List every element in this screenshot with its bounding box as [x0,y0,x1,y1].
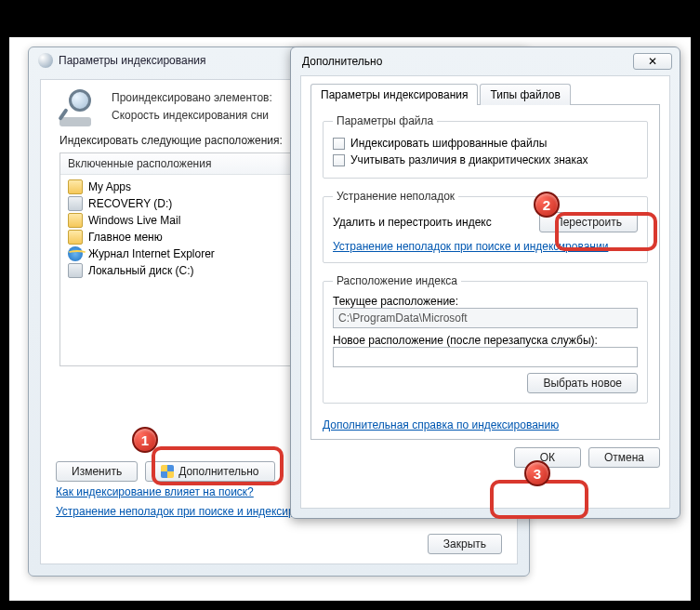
advanced-dialog: Дополнительно ✕ Параметры индексирования… [290,46,680,519]
diacritics-checkbox-label: Учитывать различия в диакритических знак… [350,153,588,166]
close-button[interactable]: Закрыть [428,534,502,554]
index-icon [38,53,53,68]
drive-icon [68,196,83,211]
index-location-group: Расположение индекса Текущее расположени… [323,274,648,404]
ok-button[interactable]: ОК [514,447,581,468]
modify-button[interactable]: Изменить [56,461,138,482]
encrypt-checkbox-row[interactable]: Индексировать шифрованные файлы [333,135,638,152]
rebuild-button[interactable]: Перестроить [539,212,638,232]
ie-icon [68,246,83,261]
magnifier-icon [56,89,100,126]
help-link-how[interactable]: Как индексирование влияет на поиск? [56,485,254,498]
index-status: Проиндексировано элементов: Скорость инд… [112,89,272,126]
troubleshoot-group: Устранение неполадок Удалить и перестрои… [323,190,648,263]
tab-content: Параметры файла Индексировать шифрованны… [310,104,660,440]
encrypt-checkbox-label: Индексировать шифрованные файлы [350,137,547,150]
list-item-label: Windows Live Mail [88,214,180,227]
cancel-button[interactable]: Отмена [588,447,660,468]
file-settings-legend: Параметры файла [333,114,437,127]
folder-icon [68,179,83,194]
troubleshoot-link[interactable]: Устранение неполадок при поиске и индекс… [333,240,608,253]
tab-strip: Параметры индексирования Типы файлов [310,84,660,105]
window-title: Параметры индексирования [59,54,205,67]
current-location-field: C:\ProgramData\Microsoft [333,308,638,328]
checkbox-icon [333,154,345,166]
folder-icon [68,230,83,245]
select-new-button[interactable]: Выбрать новое [527,373,638,393]
current-location-label: Текущее расположение: [333,295,638,308]
checkbox-icon [333,138,345,150]
rebuild-label: Удалить и перестроить индекс [333,216,492,229]
list-item-label: My Apps [88,180,131,193]
index-location-legend: Расположение индекса [333,274,461,287]
indexed-count-label: Проиндексировано элементов: [112,89,272,107]
new-location-label: Новое расположение (после перезапуска сл… [333,334,638,347]
list-item-label: Локальный диск (C:) [88,264,194,277]
shield-icon [161,465,174,478]
diacritics-checkbox-row[interactable]: Учитывать различия в диакритических знак… [333,152,638,168]
list-item-label: Главное меню [88,231,163,244]
new-location-field[interactable] [333,347,638,367]
list-item-label: RECOVERY (D:) [88,197,172,210]
dialog-title: Дополнительно [302,55,382,68]
tab-file-types[interactable]: Типы файлов [480,84,570,105]
file-settings-group: Параметры файла Индексировать шифрованны… [323,114,648,179]
troubleshoot-legend: Устранение неполадок [333,190,458,203]
folder-icon [68,213,83,228]
list-item-label: Журнал Internet Explorer [88,247,215,260]
advanced-button[interactable]: Дополнительно [145,461,274,482]
advanced-help-link[interactable]: Дополнительная справка по индексированию [323,418,559,431]
drive-icon [68,263,83,278]
close-icon[interactable]: ✕ [633,53,672,70]
dialog-titlebar: Дополнительно ✕ [291,47,680,75]
tab-index-settings[interactable]: Параметры индексирования [310,84,478,105]
index-speed-label: Скорость индексирования сни [112,107,272,125]
